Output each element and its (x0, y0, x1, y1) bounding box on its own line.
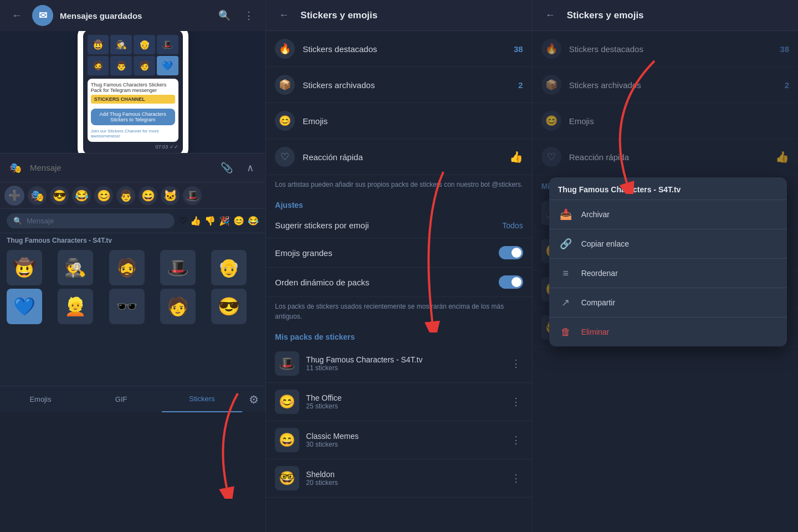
context-share-item[interactable]: ↗ Compartir (549, 288, 787, 318)
archived-count-3: 2 (785, 80, 789, 90)
sticker-search[interactable]: 🔍 Mensaje (7, 213, 175, 228)
context-menu-title: Thug Famous Characters - S4T.tv (549, 177, 787, 200)
add-emoji-button[interactable]: ➕ (4, 186, 24, 206)
large-emoji-toggle[interactable] (499, 246, 523, 259)
back-button-3[interactable]: ← (541, 7, 559, 24)
suggest-stickers-item[interactable]: Sugerir stickers por emoji Todos (266, 213, 531, 238)
dynamic-order-desc: Los packs de stickers usados recientemen… (266, 297, 531, 326)
reaction-label: Reacción rápida (303, 152, 501, 162)
emoji-scroll: 🎭 😎 😂 😊 👨 😄 🐱 🎩 (28, 186, 261, 205)
pack-info-thug: Thug Famous Characters - S4T.tv 11 stick… (306, 355, 502, 372)
dynamic-order-item[interactable]: Orden dinámico de packs (266, 268, 531, 297)
pack-avatar-memes: 😄 (275, 428, 299, 452)
reaction-value-3: 👍 (775, 150, 789, 163)
emoji-item[interactable]: 😎 (50, 186, 69, 205)
pack-count-sheldon: 20 stickers (306, 479, 502, 487)
copy-link-icon: 🔗 (558, 236, 574, 252)
tab-stickers[interactable]: Stickers (162, 386, 243, 412)
pack-item-memes[interactable]: 😄 Classic Memes 30 stickers ⋮ (266, 421, 531, 459)
sticker-item[interactable]: 👴 (211, 250, 247, 285)
sticker-item[interactable]: 🕵️ (58, 250, 93, 285)
emoji-icon-3: 😊 (541, 111, 561, 131)
search-button[interactable]: 🔍 (216, 7, 233, 24)
reaction-value: 👍 (509, 150, 523, 163)
context-archive-item[interactable]: 📥 Archivar (549, 200, 787, 229)
sticker-pack-label: Thug Famous Characters - S4T.tv (0, 233, 265, 248)
emoji-item[interactable]: 😊 (94, 186, 113, 205)
emojis-item-3[interactable]: 😊 Emojis (533, 103, 798, 139)
sticker-item[interactable]: 💙 (7, 289, 42, 324)
dynamic-order-toggle[interactable] (499, 275, 523, 289)
sticker-item[interactable]: 😎 (211, 289, 247, 324)
featured-stickers-item[interactable]: 🔥 Stickers destacados 38 (266, 31, 531, 67)
settings-header-2: ← Stickers y emojis (266, 0, 531, 31)
pack-info-memes: Classic Memes 30 stickers (306, 432, 502, 448)
emoji-button[interactable]: 🎭 (7, 159, 24, 177)
sticker-item[interactable]: 🎩 (160, 250, 196, 285)
context-delete-item[interactable]: 🗑 Eliminar (549, 318, 787, 346)
share-label: Compartir (581, 298, 615, 307)
large-emojis-item[interactable]: Emojis grandes (266, 238, 531, 268)
pack-item-sheldon[interactable]: 🤓 Sheldon 20 stickers ⋮ (266, 459, 531, 498)
back-button-2[interactable]: ← (275, 7, 293, 24)
context-menu: Thug Famous Characters - S4T.tv 📥 Archiv… (549, 177, 787, 346)
panel-stickers-context: ← Stickers y emojis 🔥 Stickers destacado… (533, 0, 798, 532)
featured-stickers-item-3[interactable]: 🔥 Stickers destacados 38 (533, 31, 798, 67)
pack-item-thug[interactable]: 🎩 Thug Famous Characters - S4T.tv 11 sti… (266, 345, 531, 383)
emoji-item[interactable]: 🎭 (28, 186, 47, 205)
menu-button[interactable]: ⋮ (240, 7, 258, 24)
pack-menu-memes[interactable]: ⋮ (509, 432, 523, 448)
add-stickers-button[interactable]: Add Thug Famous Characters Stickers to T… (91, 109, 175, 125)
quick-reaction-item-3[interactable]: ♡ Reacción rápida 👍 (533, 139, 798, 175)
settings-body-2: 🔥 Stickers destacados 38 📦 Stickers arch… (266, 31, 531, 498)
tab-gif[interactable]: GIF (81, 386, 162, 412)
tab-emojis[interactable]: Emojis (0, 386, 81, 412)
archive-icon: 📥 (558, 207, 574, 222)
avatar: ✉ (32, 5, 53, 26)
reorder-label: Reordenar (581, 269, 618, 278)
archived-label-3: Stickers archivados (569, 80, 777, 90)
settings-section-label: Ajustes (266, 194, 531, 213)
emoji-item[interactable]: 😄 (139, 186, 157, 205)
archived-stickers-item-3[interactable]: 📦 Stickers archivados 2 (533, 67, 798, 103)
featured-count-3: 38 (780, 44, 789, 54)
pack-menu-office[interactable]: ⋮ (509, 393, 523, 410)
pack-item-office[interactable]: 😊 The Office 25 stickers ⋮ (266, 383, 531, 421)
emoji-item[interactable]: 🎩 (183, 186, 202, 205)
attachment-button[interactable]: 📎 (218, 159, 236, 177)
back-button[interactable]: ← (8, 7, 25, 24)
quick-reaction-item[interactable]: ♡ Reacción rápida 👍 (266, 139, 531, 175)
bottom-tabs: Emojis GIF Stickers ⚙ (0, 386, 265, 412)
pack-menu-thug[interactable]: ⋮ (509, 355, 523, 372)
emoji-item[interactable]: 👨 (116, 186, 135, 205)
message-input[interactable] (30, 163, 212, 172)
search-placeholder: Mensaje (27, 217, 54, 225)
emoji-bar: ➕ 🎭 😎 😂 😊 👨 😄 🐱 🎩 (0, 182, 265, 208)
context-copy-item[interactable]: 🔗 Copiar enlace (549, 229, 787, 259)
message-input-bar: 🎭 📎 ∧ (0, 153, 265, 182)
reaction-icons: ♡ 👍 👎 🎉 😊 😂 (179, 216, 259, 226)
pack-menu-sheldon[interactable]: ⋮ (509, 470, 523, 487)
sticker-item[interactable]: 🧑 (160, 289, 196, 324)
sticker-settings-button[interactable]: ⚙ (242, 393, 265, 406)
sticker-item[interactable]: 🕶️ (109, 289, 145, 324)
featured-icon-3: 🔥 (541, 39, 561, 59)
delete-label: Eliminar (581, 328, 610, 336)
sticker-item[interactable]: 🤠 (7, 250, 42, 285)
emojis-item[interactable]: 😊 Emojis (266, 103, 531, 139)
sticker-item[interactable]: 👱 (58, 289, 93, 324)
reaction-label-3: Reacción rápida (569, 152, 768, 162)
pack-avatar-office: 😊 (275, 390, 299, 414)
sticker-item[interactable]: 🧔 (109, 250, 145, 285)
context-reorder-item[interactable]: ≡ Reordenar (549, 259, 787, 288)
expand-button[interactable]: ∧ (241, 159, 259, 177)
archived-icon-3: 📦 (541, 75, 561, 95)
featured-count: 38 (514, 44, 523, 54)
settings-header-3: ← Stickers y emojis (533, 0, 798, 31)
panel-chat: ← ✉ Mensajes guardados 🔍 ⋮ 🤠 🕵️ 👴 🎩 🧔 👨 … (0, 0, 266, 532)
pack-name-memes: Classic Memes (306, 432, 502, 441)
emoji-item[interactable]: 😂 (72, 186, 91, 205)
archive-label: Archivar (581, 210, 610, 219)
emoji-item[interactable]: 🐱 (161, 186, 180, 205)
archived-stickers-item[interactable]: 📦 Stickers archivados 2 (266, 67, 531, 103)
